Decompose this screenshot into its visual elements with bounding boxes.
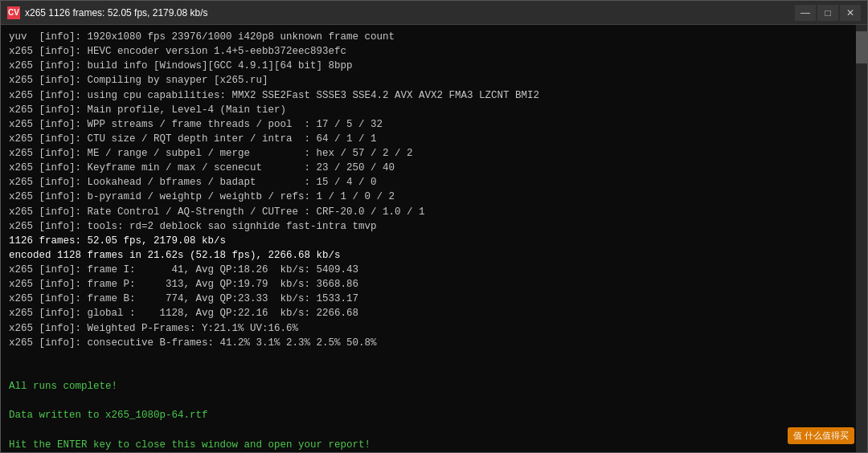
window-controls: — □ ✕ (795, 5, 861, 21)
app-icon: CV (7, 6, 20, 19)
minimize-button[interactable]: — (795, 5, 816, 21)
terminal-output: yuv [info]: 1920x1080 fps 23976/1000 i42… (9, 30, 859, 452)
maximize-button[interactable]: □ (817, 5, 838, 21)
scrollbar[interactable] (856, 25, 867, 452)
main-window: CV x265 1126 frames: 52.05 fps, 2179.08 … (0, 0, 868, 453)
title-bar: CV x265 1126 frames: 52.05 fps, 2179.08 … (1, 1, 867, 25)
window-title: x265 1126 frames: 52.05 fps, 2179.08 kb/… (25, 7, 795, 18)
scrollbar-thumb[interactable] (856, 31, 867, 63)
close-button[interactable]: ✕ (840, 5, 861, 21)
terminal-body: yuv [info]: 1920x1080 fps 23976/1000 i42… (1, 25, 867, 452)
watermark: 值 什么值得买 (788, 427, 854, 444)
